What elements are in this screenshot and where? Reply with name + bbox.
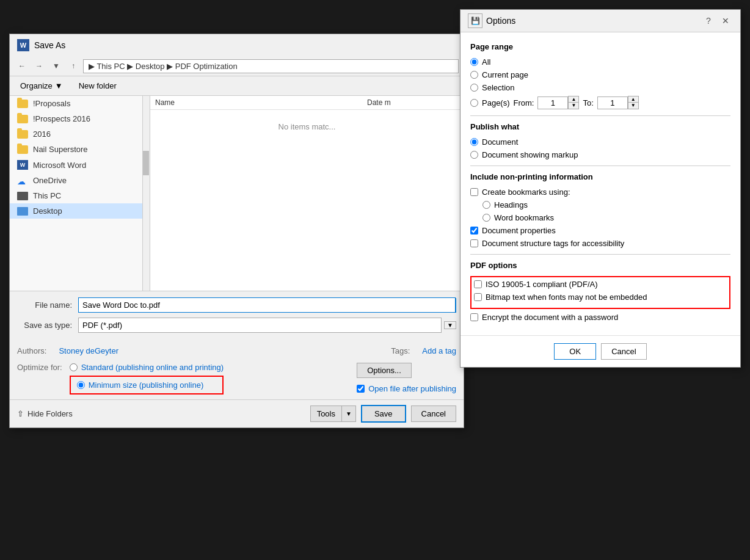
sidebar-label: OneDrive	[33, 176, 67, 185]
current-page-radio[interactable]	[470, 71, 478, 79]
footer-buttons: Tools ▼ Save Cancel	[310, 405, 456, 423]
toolbar: Organize ▼ New folder	[10, 76, 464, 95]
iso-checkbox[interactable]	[474, 280, 482, 288]
sidebar-item-desktop[interactable]: Desktop	[10, 203, 150, 219]
sidebar-item-2016[interactable]: 2016	[10, 126, 150, 142]
folder-icon	[17, 115, 28, 123]
current-page-radio-row: Current page	[470, 70, 730, 79]
standard-label: Standard (publishing online and printing…	[81, 363, 224, 372]
standard-option[interactable]: Standard (publishing online and printing…	[70, 363, 224, 372]
create-bookmarks-checkbox[interactable]	[470, 188, 478, 196]
savetype-dropdown[interactable]: PDF (*.pdf)	[78, 318, 442, 333]
to-spin-up[interactable]: ▲	[628, 96, 638, 103]
options-body: Page range All Current page Selection Pa…	[461, 32, 740, 335]
sidebar-label: !Proposals	[33, 99, 70, 108]
from-spinner[interactable]: ▲ ▼	[568, 96, 579, 109]
word-bookmarks-label: Word bookmarks	[494, 213, 554, 222]
cancel-button[interactable]: Cancel	[411, 405, 456, 422]
desktop-icon	[17, 207, 28, 216]
optimize-label: Optimize for:	[17, 363, 62, 372]
document-label: Document	[482, 137, 518, 147]
standard-radio[interactable]	[70, 363, 78, 371]
breadcrumb[interactable]: ▶ This PC ▶ Desktop ▶ PDF Optimization	[83, 59, 459, 73]
forward-button[interactable]: →	[32, 59, 46, 73]
sidebar-item-proposals[interactable]: !Proposals	[10, 96, 150, 111]
authors-value[interactable]: Stoney deGeyter	[59, 346, 118, 355]
sidebar-scrollbar[interactable]	[142, 96, 150, 291]
headings-radio[interactable]	[482, 201, 490, 209]
iso-row: ISO 19005-1 compliant (PDF/A)	[474, 280, 727, 289]
optimize-row: Optimize for: Standard (publishing onlin…	[10, 358, 464, 399]
sidebar-item-onedrive[interactable]: ☁ OneDrive	[10, 173, 150, 188]
sidebar-item-nail-superstore[interactable]: Nail Superstore	[10, 142, 150, 157]
options-footer: OK Cancel	[461, 335, 740, 367]
savetype-dropdown-arrow[interactable]: ▼	[444, 321, 456, 329]
document-markup-radio[interactable]	[470, 151, 478, 159]
back-button[interactable]: ←	[15, 59, 29, 73]
to-input[interactable]	[597, 96, 628, 109]
minimum-option-box: Minimum size (publishing online)	[70, 376, 224, 395]
save-button[interactable]: Save	[361, 405, 406, 423]
chevron-up-icon: ⇧	[17, 409, 24, 418]
nav-bar: ← → ▼ ↑ ▶ This PC ▶ Desktop ▶ PDF Optimi…	[10, 56, 464, 76]
options-button[interactable]: Options...	[357, 363, 412, 378]
options-cancel-button[interactable]: Cancel	[601, 343, 646, 360]
selection-radio[interactable]	[470, 84, 478, 92]
from-label: From:	[514, 98, 534, 107]
save-as-dialog: W Save As ← → ▼ ↑ ▶ This PC ▶ Desktop ▶ …	[9, 34, 464, 428]
monitor-icon	[17, 192, 28, 200]
publish-what-title: Publish what	[470, 122, 730, 131]
word-bookmarks-radio[interactable]	[482, 214, 490, 222]
sidebar-label: !Prospects 2016	[33, 114, 90, 123]
authors-label: Authors:	[17, 346, 46, 355]
document-radio[interactable]	[470, 138, 478, 146]
from-spin-up[interactable]: ▲	[569, 96, 578, 103]
to-spinner[interactable]: ▲ ▼	[628, 96, 639, 109]
options-icon-button[interactable]: 💾	[468, 13, 482, 28]
from-spin-down[interactable]: ▼	[569, 103, 578, 109]
file-list-header: Name Date m	[150, 96, 464, 110]
sidebar-item-prospects[interactable]: !Prospects 2016	[10, 111, 150, 126]
savetype-value: PDF (*.pdf)	[82, 321, 122, 330]
tags-value[interactable]: Add a tag	[422, 346, 456, 355]
col-date-header: Date m	[367, 98, 459, 107]
tools-dropdown[interactable]: Tools ▼	[310, 405, 356, 422]
divider2	[470, 165, 730, 166]
sidebar-item-microsoft-word[interactable]: W Microsoft Word	[10, 157, 150, 173]
new-folder-button[interactable]: New folder	[73, 79, 122, 93]
open-file-checkbox[interactable]	[357, 385, 365, 393]
doc-structure-checkbox[interactable]	[470, 239, 478, 247]
from-input[interactable]	[537, 96, 568, 109]
create-bookmarks-label: Create bookmarks using:	[482, 187, 570, 197]
sidebar-item-thispc[interactable]: This PC	[10, 188, 150, 203]
hide-folders[interactable]: ⇧ Hide Folders	[17, 409, 73, 418]
organize-button[interactable]: Organize ▼	[15, 79, 68, 93]
encrypt-checkbox[interactable]	[470, 313, 478, 321]
pages-radio[interactable]	[470, 99, 478, 107]
savetype-row: Save as type: PDF (*.pdf) ▼	[17, 318, 456, 333]
up-button[interactable]: ↑	[66, 59, 81, 73]
save-as-titlebar: W Save As	[10, 34, 464, 56]
all-radio-row: All	[470, 57, 730, 67]
close-button[interactable]: ✕	[718, 13, 733, 28]
all-radio[interactable]	[470, 58, 478, 66]
col-name-header[interactable]: Name	[155, 98, 367, 107]
word-bookmarks-row: Word bookmarks	[470, 213, 730, 222]
sidebar-label: Microsoft Word	[33, 161, 86, 170]
filename-input[interactable]	[78, 297, 456, 313]
headings-label: Headings	[494, 200, 528, 209]
file-form: File name: Save as type: PDF (*.pdf) ▼	[10, 291, 464, 344]
minimum-radio[interactable]	[77, 381, 85, 389]
ok-button[interactable]: OK	[554, 343, 596, 360]
bitmap-checkbox[interactable]	[474, 293, 482, 301]
doc-properties-checkbox[interactable]	[470, 227, 478, 235]
include-section-title: Include non-printing information	[470, 172, 730, 181]
to-spin-down[interactable]: ▼	[628, 103, 638, 109]
dropdown-button[interactable]: ▼	[49, 59, 64, 73]
options-title: Options	[486, 16, 515, 26]
pdf-highlighted-options: ISO 19005-1 compliant (PDF/A) Bitmap tex…	[470, 276, 730, 309]
sidebar-scrollbar-thumb[interactable]	[143, 151, 149, 175]
iso-label: ISO 19005-1 compliant (PDF/A)	[486, 280, 598, 289]
pages-row: Page(s) From: ▲ ▼ To: ▲ ▼	[470, 96, 730, 109]
help-button[interactable]: ?	[701, 13, 716, 28]
